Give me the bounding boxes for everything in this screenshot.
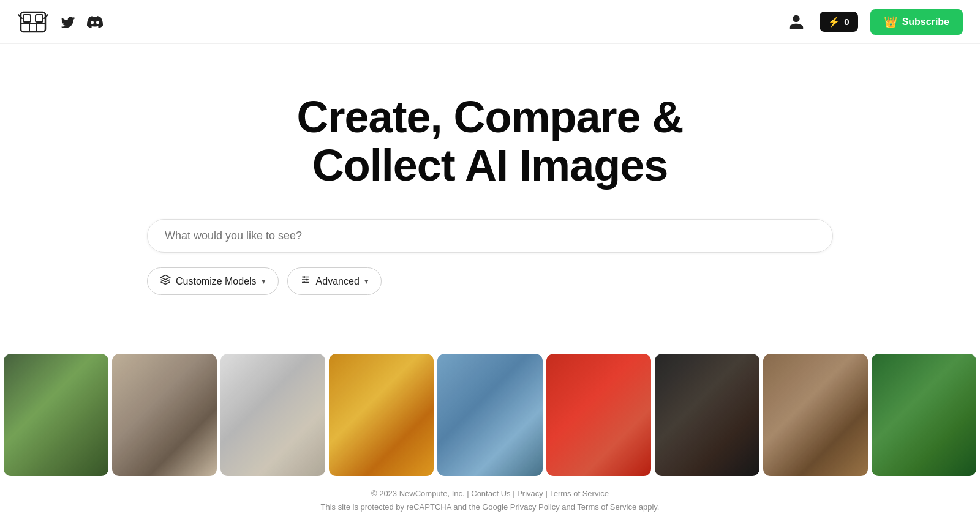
subscribe-button[interactable]: 👑 Subscribe	[870, 9, 963, 35]
bolt-icon: ⚡	[828, 16, 840, 28]
crown-icon: 👑	[884, 15, 897, 29]
search-input[interactable]	[165, 229, 815, 242]
sliders-svg	[300, 274, 311, 285]
gallery-item[interactable]	[546, 354, 651, 476]
gallery-item[interactable]	[763, 354, 868, 476]
advanced-button[interactable]: Advanced ▾	[287, 267, 382, 295]
nav-right: ⚡ 0 👑 Subscribe	[785, 9, 963, 35]
footer-contact-link[interactable]: Contact Us	[471, 489, 510, 498]
user-menu-button[interactable]	[785, 11, 807, 33]
nav-left	[17, 6, 103, 38]
svg-point-10	[306, 279, 307, 281]
controls-row: Customize Models ▾ Advanced ▾	[147, 267, 833, 295]
twitter-icon	[60, 14, 76, 30]
logo[interactable]	[17, 6, 49, 38]
footer: © 2023 NewCompute, Inc. | Contact Us | P…	[0, 476, 980, 514]
svg-point-9	[303, 276, 305, 278]
customize-models-label: Customize Models	[176, 276, 257, 287]
advanced-chevron-icon: ▾	[364, 277, 369, 286]
footer-terms-link[interactable]: Terms of Service	[549, 489, 609, 498]
user-icon	[788, 13, 805, 31]
svg-rect-2	[36, 15, 43, 22]
gallery-row	[0, 354, 980, 476]
customize-chevron-icon: ▾	[262, 277, 266, 286]
customize-models-button[interactable]: Customize Models ▾	[147, 267, 279, 295]
hero-title: Create, Compare & Collect AI Images	[296, 93, 683, 190]
gallery-item[interactable]	[329, 354, 434, 476]
svg-rect-1	[23, 15, 31, 22]
hero-title-line2: Collect AI Images	[312, 141, 668, 190]
credits-count: 0	[844, 17, 849, 27]
search-input-wrap	[147, 219, 833, 253]
gallery-item[interactable]	[4, 354, 108, 476]
advanced-label: Advanced	[316, 276, 360, 287]
search-container	[147, 219, 833, 253]
hero-section: Create, Compare & Collect AI Images Cust…	[0, 44, 980, 319]
gallery-section	[0, 354, 980, 476]
footer-privacy-link[interactable]: Privacy	[517, 489, 543, 498]
svg-point-11	[303, 281, 305, 283]
footer-copyright-line: © 2023 NewCompute, Inc. | Contact Us | P…	[12, 487, 968, 501]
discord-icon	[87, 14, 103, 30]
credits-button[interactable]: ⚡ 0	[820, 12, 858, 32]
discord-link[interactable]	[87, 14, 103, 30]
twitter-link[interactable]	[60, 14, 76, 30]
gallery-item[interactable]	[112, 354, 217, 476]
sliders-icon	[300, 274, 311, 288]
gallery-item[interactable]	[221, 354, 325, 476]
footer-copyright: © 2023 NewCompute, Inc.	[371, 489, 465, 498]
gallery-item[interactable]	[655, 354, 760, 476]
logo-icon	[17, 6, 49, 38]
gallery-item[interactable]	[872, 354, 976, 476]
navbar: ⚡ 0 👑 Subscribe	[0, 0, 980, 44]
subscribe-label: Subscribe	[902, 17, 949, 28]
gallery-item[interactable]	[437, 354, 542, 476]
hero-title-line1: Create, Compare &	[296, 92, 683, 141]
cube-icon	[160, 274, 171, 288]
cube-svg	[160, 274, 171, 285]
footer-recaptcha: This site is protected by reCAPTCHA and …	[12, 501, 968, 514]
